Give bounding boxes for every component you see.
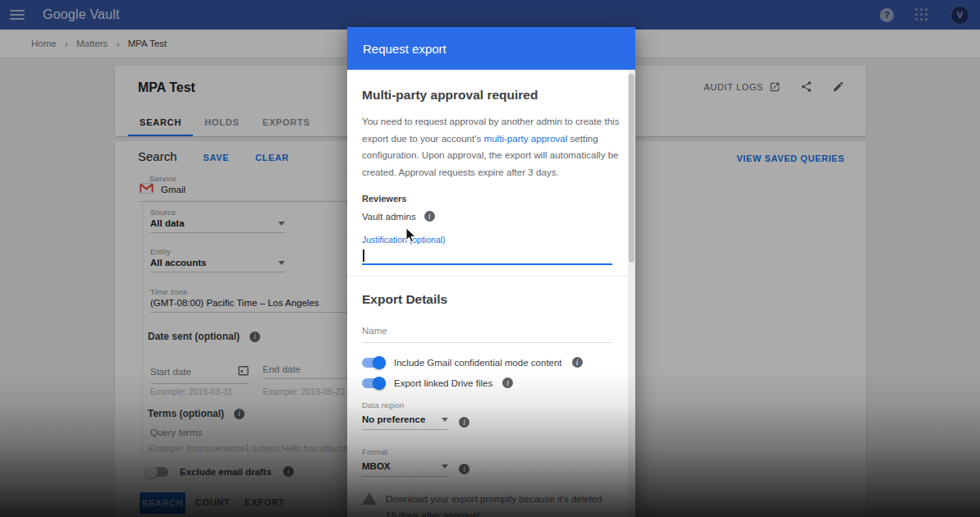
info-icon[interactable]: i xyxy=(572,357,583,368)
mpa-description: You need to request approval by another … xyxy=(362,113,623,181)
scrollbar-thumb[interactable] xyxy=(629,74,634,263)
dialog-title: Request export xyxy=(363,42,446,56)
confidential-mode-toggle[interactable] xyxy=(362,358,384,368)
info-icon[interactable]: i xyxy=(424,211,435,222)
multi-party-approval-link[interactable]: multi-party approval xyxy=(484,133,568,144)
data-region-value: No preference xyxy=(362,414,425,424)
export-details-heading: Export Details xyxy=(362,277,612,307)
linked-drive-toggle[interactable] xyxy=(362,378,384,388)
format-value: MBOX xyxy=(362,461,391,471)
info-icon[interactable]: i xyxy=(459,417,469,428)
export-name-input[interactable]: Name xyxy=(362,326,612,343)
dialog-header: Request export xyxy=(347,27,635,70)
reviewers-label: Reviewers xyxy=(362,194,612,204)
format-label: Format xyxy=(362,447,612,456)
dropdown-arrow-icon xyxy=(442,464,448,469)
export-deletion-warning: Download your export promptly because it… xyxy=(386,491,612,517)
scrollbar[interactable] xyxy=(628,70,635,517)
reviewers-value: Vault admins xyxy=(362,212,416,222)
mpa-heading: Multi-party approval required xyxy=(362,70,612,103)
format-select[interactable]: MBOX xyxy=(362,461,448,477)
dropdown-arrow-icon xyxy=(442,418,448,422)
linked-drive-label: Export linked Drive files xyxy=(394,378,492,388)
data-region-select[interactable]: No preference xyxy=(362,414,448,430)
justification-label: Justification (optional) xyxy=(362,235,612,245)
info-icon[interactable]: i xyxy=(502,377,513,388)
screen: Google Vault ? V Home › Matters › MPA Te… xyxy=(0,0,980,517)
justification-input[interactable] xyxy=(362,245,612,265)
data-region-label: Data region xyxy=(362,400,612,409)
info-icon[interactable]: i xyxy=(459,464,469,474)
mouse-cursor xyxy=(405,227,417,247)
warning-icon xyxy=(362,492,377,505)
confidential-mode-label: Include Gmail confidential mode content xyxy=(394,358,562,368)
text-caret xyxy=(363,249,364,262)
request-export-dialog: Request export Multi-party approval requ… xyxy=(347,27,635,517)
